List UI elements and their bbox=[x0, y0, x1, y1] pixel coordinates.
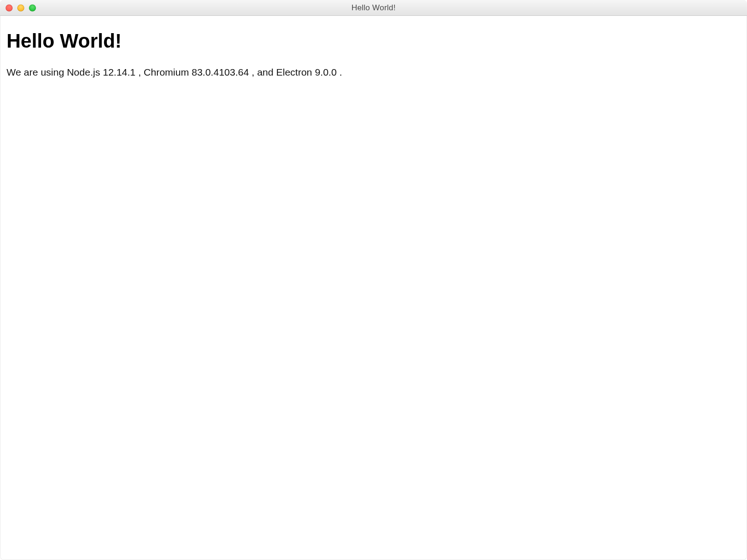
body-prefix: We are using Node.js bbox=[7, 67, 103, 77]
electron-version: 9.0.0 bbox=[315, 67, 337, 77]
versions-text: We are using Node.js 12.14.1 , Chromium … bbox=[7, 65, 740, 79]
body-suffix: . bbox=[339, 67, 342, 77]
node-version: 12.14.1 bbox=[103, 67, 135, 77]
page-content: Hello World! We are using Node.js 12.14.… bbox=[0, 16, 747, 560]
app-window: Hello World! Hello World! We are using N… bbox=[0, 0, 747, 560]
zoom-icon[interactable] bbox=[29, 4, 36, 11]
title-bar[interactable]: Hello World! bbox=[0, 0, 747, 16]
page-heading: Hello World! bbox=[7, 30, 740, 52]
chromium-version: 83.0.4103.64 bbox=[192, 67, 249, 77]
body-mid2: , and Electron bbox=[252, 67, 315, 77]
close-icon[interactable] bbox=[6, 4, 13, 11]
window-title: Hello World! bbox=[352, 3, 396, 13]
body-mid1: , Chromium bbox=[138, 67, 191, 77]
traffic-lights bbox=[6, 4, 36, 11]
minimize-icon[interactable] bbox=[17, 4, 24, 11]
